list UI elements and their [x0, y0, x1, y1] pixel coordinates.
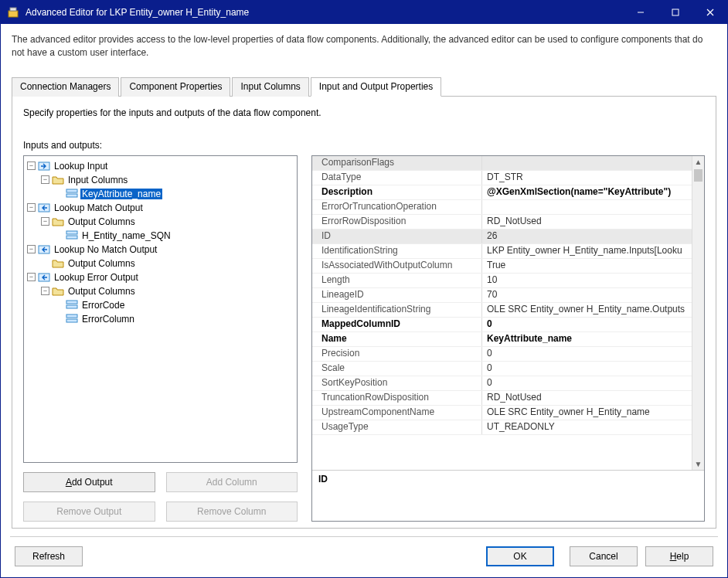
- tree-node-lookup-error-output[interactable]: − Lookup Error Output: [26, 270, 295, 284]
- property-value[interactable]: OLE SRC Entity_owner H_Entity_name: [482, 406, 692, 420]
- tree-node-input-columns[interactable]: − Input Columns: [26, 173, 295, 187]
- property-row[interactable]: UsageTypeUT_READONLY: [312, 420, 692, 435]
- collapse-icon[interactable]: −: [27, 162, 36, 170]
- svg-rect-1: [10, 8, 16, 11]
- tab-input-columns[interactable]: Input Columns: [232, 77, 308, 97]
- svg-rect-10: [66, 231, 77, 234]
- tab-input-output-properties[interactable]: Input and Output Properties: [311, 77, 441, 97]
- property-value[interactable]: 0: [482, 362, 692, 376]
- property-value[interactable]: 70: [482, 288, 692, 302]
- property-value[interactable]: UT_READONLY: [482, 420, 692, 434]
- property-row[interactable]: ErrorRowDispositionRD_NotUsed: [312, 215, 692, 230]
- tree-node-output-columns-error[interactable]: − Output Columns: [26, 284, 295, 298]
- property-grid[interactable]: ComparisonFlagsDataTypeDT_STRDescription…: [311, 155, 705, 522]
- tree-node-output-columns[interactable]: − Output Columns: [26, 215, 295, 229]
- close-button[interactable]: [692, 1, 727, 24]
- property-value[interactable]: RD_NotUsed: [482, 215, 692, 229]
- ok-button[interactable]: OK: [486, 546, 554, 566]
- collapse-icon[interactable]: −: [41, 217, 49, 226]
- collapse-icon[interactable]: −: [27, 245, 36, 253]
- io-tree[interactable]: − Lookup Input − Input Columns K: [23, 155, 298, 463]
- tree-node-lookup-input[interactable]: − Lookup Input: [26, 159, 295, 173]
- property-row[interactable]: TruncationRowDispositionRD_NotUsed: [312, 391, 692, 406]
- property-name: UsageType: [312, 420, 482, 434]
- collapse-icon[interactable]: −: [41, 175, 49, 184]
- property-row[interactable]: DataTypeDT_STR: [312, 171, 692, 185]
- property-row[interactable]: SortKeyPosition0: [312, 376, 692, 391]
- property-row[interactable]: MappedColumnID0: [312, 318, 692, 332]
- titlebar[interactable]: Advanced Editor for LKP Entity_owner H_E…: [1, 1, 727, 24]
- scroll-thumb[interactable]: [694, 169, 702, 182]
- collapse-icon[interactable]: −: [41, 287, 49, 295]
- property-row[interactable]: UpstreamComponentNameOLE SRC Entity_owne…: [312, 406, 692, 420]
- maximize-button[interactable]: [658, 1, 692, 24]
- property-row[interactable]: IdentificationStringLKP Entity_owner H_E…: [312, 244, 692, 259]
- refresh-button[interactable]: Refresh: [15, 546, 83, 566]
- inputs-outputs-label: Inputs and outputs:: [23, 140, 705, 151]
- property-name: MappedColumnID: [312, 318, 482, 332]
- property-value[interactable]: LKP Entity_owner H_Entity_name.Inputs[Lo…: [482, 244, 692, 258]
- property-value[interactable]: 0: [482, 347, 692, 361]
- tree-node-lookup-no-match-output[interactable]: − Lookup No Match Output: [26, 243, 295, 257]
- property-scroll[interactable]: ▲ ▼: [692, 156, 704, 470]
- property-row[interactable]: LineageID70: [312, 288, 692, 303]
- tab-component-properties[interactable]: Component Properties: [121, 77, 230, 97]
- folder-icon: [52, 174, 64, 186]
- property-value[interactable]: @XGenXmlSection(name="KeyAttribute"): [482, 185, 692, 199]
- property-row[interactable]: Description@XGenXmlSection(name="KeyAttr…: [312, 185, 692, 200]
- app-icon: [7, 6, 19, 19]
- property-value[interactable]: True: [482, 259, 692, 273]
- property-value[interactable]: [482, 200, 692, 214]
- column-icon: [66, 313, 78, 325]
- tab-connection-managers[interactable]: Connection Managers: [12, 77, 119, 97]
- property-value[interactable]: KeyAttribute_name: [482, 332, 692, 346]
- property-row[interactable]: ErrorOrTruncationOperation: [312, 200, 692, 215]
- property-row[interactable]: ID26: [312, 230, 692, 244]
- property-value[interactable]: 0: [482, 376, 692, 390]
- property-name: UpstreamComponentName: [312, 406, 482, 420]
- scroll-down-icon[interactable]: ▼: [692, 457, 704, 470]
- tree-node-errorcode[interactable]: ErrorCode: [26, 298, 295, 312]
- property-description-pane: ID: [312, 470, 704, 521]
- cancel-button[interactable]: Cancel: [570, 546, 638, 566]
- remove-column-button: Remove Column: [166, 502, 298, 522]
- property-name: Precision: [312, 347, 482, 361]
- scroll-up-icon[interactable]: ▲: [692, 156, 704, 168]
- help-button[interactable]: Help: [645, 546, 713, 566]
- add-output-button[interactable]: Add Output: [23, 472, 155, 492]
- property-row[interactable]: Scale0: [312, 362, 692, 376]
- property-row[interactable]: LineageIdentificationStringOLE SRC Entit…: [312, 303, 692, 318]
- property-value[interactable]: 10: [482, 274, 692, 287]
- tree-node-h-entity-name-sqn[interactable]: H_Entity_name_SQN: [26, 229, 295, 243]
- property-row[interactable]: ComparisonFlags: [312, 156, 692, 171]
- property-value[interactable]: 26: [482, 230, 692, 243]
- svg-rect-3: [672, 9, 679, 15]
- minimize-button[interactable]: [623, 1, 658, 24]
- tree-node-lookup-match-output[interactable]: − Lookup Match Output: [26, 201, 295, 215]
- property-row[interactable]: Precision0: [312, 347, 692, 362]
- property-row[interactable]: Length10: [312, 274, 692, 288]
- property-value[interactable]: DT_STR: [482, 171, 692, 185]
- collapse-icon[interactable]: −: [27, 273, 36, 281]
- leaf-spacer: [55, 189, 63, 198]
- tab-row: Connection Managers Component Properties…: [12, 76, 716, 97]
- property-name: ErrorRowDisposition: [312, 215, 482, 229]
- leaf-spacer: [55, 301, 63, 309]
- property-value[interactable]: RD_NotUsed: [482, 391, 692, 405]
- folder-icon: [52, 216, 64, 228]
- property-name: Length: [312, 274, 482, 287]
- property-name: LineageID: [312, 288, 482, 302]
- tree-label: Lookup No Match Output: [53, 244, 158, 255]
- property-value[interactable]: 0: [482, 318, 692, 332]
- collapse-icon[interactable]: −: [27, 203, 36, 212]
- property-row[interactable]: NameKeyAttribute_name: [312, 332, 692, 347]
- property-row[interactable]: IsAssociatedWithOutputColumnTrue: [312, 259, 692, 274]
- add-column-button: Add Column: [166, 472, 298, 492]
- tree-node-errorcolumn[interactable]: ErrorColumn: [26, 312, 295, 326]
- tree-node-output-columns-nomatch[interactable]: Output Columns: [26, 257, 295, 270]
- tree-node-keyattribute-name[interactable]: KeyAttribute_name: [26, 187, 295, 201]
- property-value[interactable]: [482, 156, 692, 170]
- tree-label: KeyAttribute_name: [80, 189, 162, 199]
- tree-label: H_Entity_name_SQN: [80, 230, 172, 241]
- property-value[interactable]: OLE SRC Entity_owner H_Entity_name.Outpu…: [482, 303, 692, 317]
